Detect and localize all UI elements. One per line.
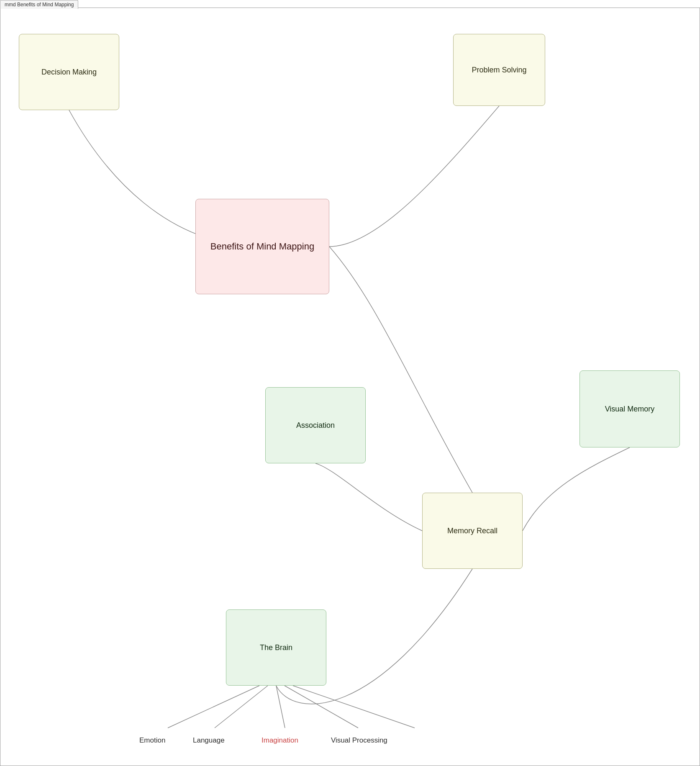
leaf-language: Language (193, 736, 225, 745)
node-the-brain[interactable]: The Brain (226, 609, 326, 686)
svg-line-0 (168, 686, 259, 728)
node-problem-solving[interactable]: Problem Solving (453, 34, 545, 106)
node-central[interactable]: Benefits of Mind Mapping (195, 199, 329, 294)
svg-line-1 (215, 686, 268, 728)
leaf-visual-processing: Visual Processing (331, 736, 387, 745)
node-association[interactable]: Association (265, 387, 366, 463)
svg-line-3 (285, 686, 358, 728)
svg-line-2 (276, 686, 285, 728)
canvas: Benefits of Mind Mapping Decision Making… (0, 8, 700, 766)
node-memory-recall[interactable]: Memory Recall (422, 493, 523, 569)
title-tab: mmd Benefits of Mind Mapping (0, 0, 78, 9)
svg-line-4 (293, 686, 415, 728)
leaf-emotion: Emotion (139, 736, 165, 745)
node-visual-memory[interactable]: Visual Memory (579, 370, 680, 447)
leaf-imagination: Imagination (262, 736, 298, 745)
node-decision-making[interactable]: Decision Making (19, 34, 119, 110)
